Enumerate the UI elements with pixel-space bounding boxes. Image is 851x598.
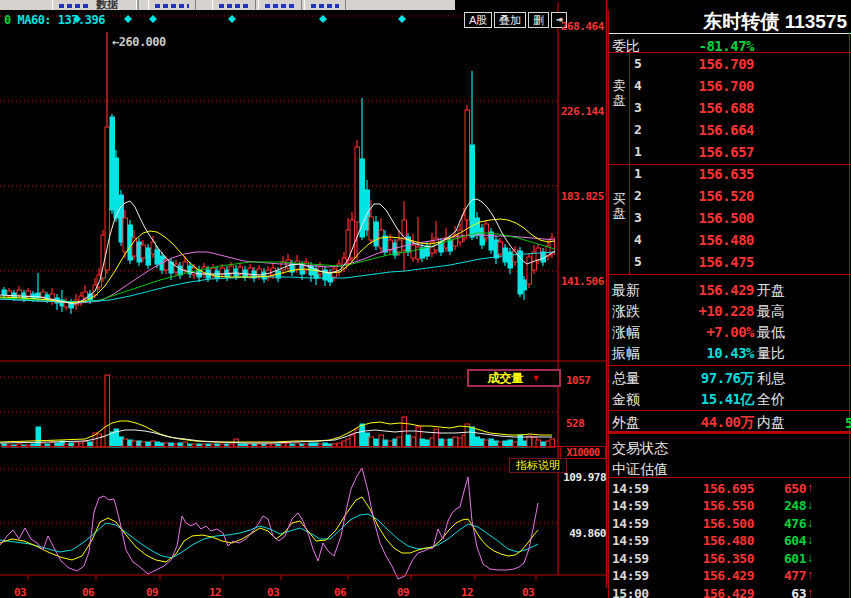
tick-volume: 650 [758,480,806,497]
stat-value: 156.429 [648,280,754,300]
tick-volume: 601 [758,550,806,567]
book-label-divider [629,52,630,274]
volume-dropdown-label: 成交量 [488,372,524,384]
stat-right-label: 量比 [757,343,785,363]
tick-time: 14:59 [612,515,649,532]
tick-volume: 248 [758,497,806,514]
volume-indicator-dropdown[interactable]: 成交量 ▼ [467,369,561,387]
ask-row: 1156.657 [608,142,851,162]
status-label: 交易状态 [612,438,668,458]
csi-valuation-row: 中证估值 [608,459,851,479]
tick-price: 156.350 [668,550,754,567]
tick-time: 14:59 [612,497,649,514]
stat-right-label: 内盘 [757,412,785,432]
stat-row: 涨跌+10.228最高 [608,301,851,321]
security-title: 东时转债 113575 [608,11,847,33]
ask-level: 1 [634,142,641,162]
trade-status-row: 交易状态 [608,438,851,458]
bid-price: 156.500 [668,208,754,228]
tick-row: 14:59156.695650↑ [608,480,851,497]
ask-row: 4156.700 [608,76,851,96]
overlay-button[interactable]: 叠加 [494,12,526,28]
status-label: 中证估值 [612,459,668,479]
tick-price: 156.695 [668,480,754,497]
a-share-button[interactable]: A股 [464,12,492,28]
ask-row: 5156.709 [608,54,851,74]
chart-overlay-buttons: A股 叠加 删 ⇥ [464,12,567,28]
indicator-help-button[interactable]: 指标说明 [509,458,567,473]
tick-time: 14:59 [612,480,649,497]
stat-label: 涨跌 [612,301,640,321]
bid-row: 3156.500 [608,208,851,228]
ask-level: 4 [634,76,641,96]
stat-label: 最新 [612,280,640,300]
ask-level: 3 [634,98,641,118]
down-arrow-icon: ↓ [807,497,813,514]
tick-row: 14:59156.550248↓ [608,497,851,514]
weibi-row: 委比 -81.47% [608,36,851,56]
panel-left-border [608,10,609,598]
tick-time: 15:00 [612,585,649,598]
stat-value: 97.76万 [648,368,754,388]
panel-separator [608,52,851,53]
bid-row: 5156.475 [608,252,851,272]
ask-row: 3156.688 [608,98,851,118]
panel-separator [608,164,851,165]
weibi-value: -81.47% [648,36,754,56]
panel-separator [608,410,851,411]
tick-row: 14:59156.480604↓ [608,532,851,549]
ask-price: 156.657 [668,142,754,162]
stat-row: 总量97.76万利息 [608,368,851,388]
stat-row: 振幅10.43%量比 [608,343,851,363]
kline-chart-canvas[interactable] [0,0,608,588]
stat-row: 金额15.41亿全价 [608,389,851,409]
panel-separator [608,477,851,478]
bid-level: 5 [634,252,641,272]
stat-right-label: 最低 [757,322,785,342]
tick-volume: 477 [758,567,806,584]
tick-price: 156.480 [668,532,754,549]
stat-value: 44.00万 [648,412,754,432]
delete-button[interactable]: 删 [528,12,549,28]
tick-time: 14:59 [612,550,649,567]
stat-row: 外盘44.00万内盘 [608,412,851,432]
tick-volume: 476 [758,515,806,532]
bid-price: 156.635 [668,164,754,184]
title-underline [608,33,851,34]
ask-price: 156.688 [668,98,754,118]
up-arrow-icon: ↑ [807,585,813,598]
bid-row: 2156.520 [608,186,851,206]
bid-price: 156.480 [668,230,754,250]
stat-value: 10.43% [648,343,754,363]
ask-row: 2156.664 [608,120,851,140]
stock-trading-terminal: 数据 0 MA60: 137.396 ←260.000 A股 叠加 删 ⇥ 26… [0,0,851,598]
tick-time: 14:59 [612,567,649,584]
ask-price: 156.700 [668,76,754,96]
tick-price: 156.550 [668,497,754,514]
stat-value: +7.00% [648,322,754,342]
panel-right-border [849,33,850,598]
bid-price: 156.475 [668,252,754,272]
bid-level: 2 [634,186,641,206]
stat-value: 15.41亿 [648,389,754,409]
bid-level: 3 [634,208,641,228]
stat-right-label: 最高 [757,301,785,321]
bid-row: 4156.480 [608,230,851,250]
down-arrow-icon: ↓ [807,532,813,549]
down-arrow-icon: ↓ [807,550,813,567]
stat-right-label: 开盘 [757,280,785,300]
stat-label: 外盘 [612,412,640,432]
ask-price: 156.664 [668,120,754,140]
stat-right-label: 全价 [757,389,785,409]
tick-price: 156.429 [668,567,754,584]
next-arrow-icon[interactable]: ⇥ [551,12,567,28]
stat-row: 涨幅+7.00%最低 [608,322,851,342]
stat-label: 振幅 [612,343,640,363]
bid-level: 1 [634,164,641,184]
ask-level: 2 [634,120,641,140]
bid-row: 1156.635 [608,164,851,184]
tick-volume: 63 [758,585,806,598]
stat-value: +10.228 [648,301,754,321]
tick-row: 14:59156.350601↓ [608,550,851,567]
bid-price: 156.520 [668,186,754,206]
